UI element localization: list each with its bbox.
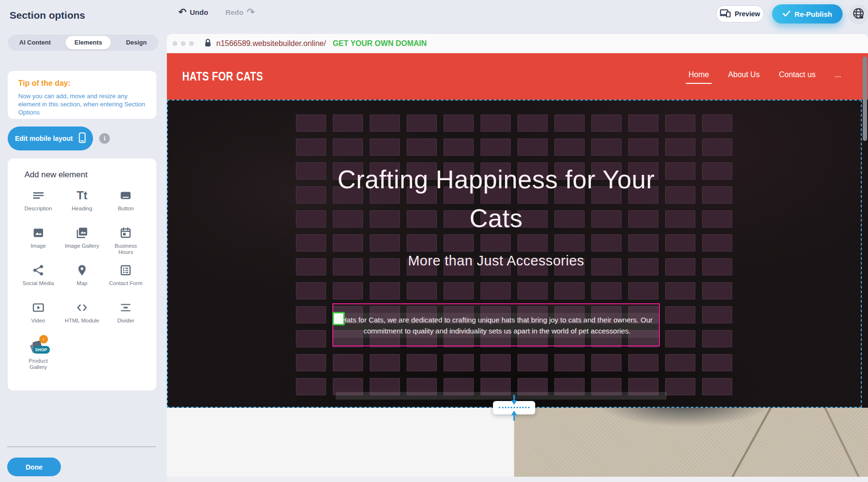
nav-about-us[interactable]: About Us [728, 70, 760, 84]
devices-icon [720, 9, 731, 19]
add-map-button[interactable]: Map [60, 263, 104, 294]
add-image-button[interactable]: Image [16, 226, 60, 256]
tip-title: Tip of the day: [18, 79, 146, 88]
republish-button[interactable]: Re-Publish [772, 4, 843, 23]
contact-form-icon [118, 263, 133, 277]
video-icon [31, 300, 46, 315]
image-gallery-icon [75, 226, 89, 240]
site-logo[interactable]: HATS FOR CATS [182, 69, 263, 83]
tab-elements[interactable]: Elements [66, 36, 111, 49]
map-icon [75, 263, 89, 277]
language-globe-button[interactable] [848, 4, 868, 24]
site-nav: Home About Us Contact us ... [689, 70, 841, 84]
panel-title: Section options [10, 10, 85, 21]
nav-contact-us[interactable]: Contact us [779, 70, 815, 84]
add-divider-button[interactable]: Divider [104, 300, 148, 331]
heading-icon: Tt [75, 188, 89, 203]
tab-ai-content[interactable]: AI Content [11, 36, 59, 49]
add-product-gallery-button[interactable]: ↑ SHOP Product Gallery [16, 338, 60, 370]
page-bottom-strip [167, 477, 868, 482]
preview-label: Preview [735, 10, 760, 18]
republish-label: Re-Publish [795, 10, 832, 18]
add-contact-form-button[interactable]: Contact Form [104, 263, 148, 294]
drop-indicator-strip [336, 392, 667, 400]
panel-tabs: AI Content Elements Design [8, 34, 158, 51]
add-new-element-card: Add new element Description Tt Heading [8, 159, 156, 390]
tip-body: Now you can add, move and resize any ele… [18, 92, 146, 116]
get-domain-link[interactable]: GET YOUR OWN DOMAIN [333, 39, 427, 48]
edit-mobile-layout-button[interactable]: Edit mobile layout [8, 126, 93, 150]
globe-icon [852, 7, 865, 22]
add-description-button[interactable]: Description [16, 188, 60, 219]
upgrade-arrow-icon: ↑ [39, 335, 48, 344]
add-html-module-button[interactable]: HTML Module [60, 300, 104, 331]
website-builder-app: ↶ Undo Redo ↷ Preview Re-Publish [0, 0, 868, 482]
add-new-element-title: Add new element [24, 170, 148, 180]
hero-subheading[interactable]: More than Just Accessories [332, 253, 660, 269]
business-hours-icon [118, 226, 133, 240]
tip-of-the-day-card: Tip of the day: Now you can add, move an… [8, 71, 156, 119]
nav-more-button[interactable]: ... [835, 70, 841, 84]
sidebar-divider [7, 447, 156, 447]
redo-label: Redo [225, 8, 244, 16]
redo-button[interactable]: Redo ↷ [225, 7, 255, 17]
browser-chrome-bar: n1566589.websitebuilder.online/ GET YOUR… [167, 34, 868, 53]
image-icon [31, 226, 46, 240]
site-preview-canvas: n1566589.websitebuilder.online/ GET YOUR… [167, 34, 868, 482]
edit-mobile-label: Edit mobile layout [15, 135, 73, 142]
done-button[interactable]: Done [7, 458, 61, 476]
tab-design[interactable]: Design [117, 36, 155, 49]
add-business-hours-button[interactable]: Business Hours [104, 226, 148, 256]
lock-icon [204, 38, 211, 49]
url-zone: n1566589.websitebuilder.online/ GET YOUR… [204, 38, 427, 49]
add-button-button[interactable]: Button [104, 188, 148, 219]
arrow-up-icon [510, 408, 518, 421]
site-url[interactable]: n1566589.websitebuilder.online/ [216, 39, 326, 48]
shop-badge: SHOP [33, 346, 50, 354]
html-module-icon [75, 300, 89, 315]
add-heading-button[interactable]: Tt Heading [60, 188, 104, 219]
next-section-image [514, 408, 868, 482]
hero-content: Crafting Happiness for Your Cats More th… [332, 100, 660, 269]
site-header: HATS FOR CATS Home About Us Contact us .… [167, 53, 868, 100]
redo-icon: ↷ [247, 7, 255, 17]
window-dots [173, 41, 194, 46]
info-icon: i [104, 135, 106, 142]
check-icon [783, 10, 790, 18]
info-button[interactable]: i [99, 133, 110, 144]
button-icon [118, 188, 133, 203]
add-social-media-button[interactable]: Social Media [16, 263, 60, 294]
element-grid: Description Tt Heading Button Ima [16, 188, 148, 370]
next-section-left [167, 408, 514, 482]
description-icon [31, 188, 46, 203]
product-gallery-icon: ↑ SHOP [29, 338, 48, 355]
add-image-gallery-button[interactable]: Image Gallery [60, 226, 104, 256]
hero-body-text[interactable]: Hats for Cats, we are dedicated to craft… [338, 314, 656, 336]
undo-label: Undo [190, 8, 208, 16]
hero-heading[interactable]: Crafting Happiness for Your Cats [332, 160, 660, 238]
nav-home[interactable]: Home [689, 70, 709, 84]
undo-redo-group: ↶ Undo Redo ↷ [178, 7, 255, 17]
phone-icon [79, 132, 86, 145]
selected-text-element[interactable]: Hats for Cats, we are dedicated to craft… [332, 303, 660, 346]
divider-icon [118, 300, 133, 315]
add-video-button[interactable]: Video [16, 300, 60, 331]
section-resize-handle[interactable] [493, 401, 535, 414]
undo-button[interactable]: ↶ Undo [178, 7, 208, 17]
arrow-down-icon [510, 395, 518, 407]
section-options-panel: Section options AI Content Elements Desi… [0, 0, 167, 482]
canvas-scrollbar-thumb[interactable] [863, 57, 867, 141]
hero-section[interactable]: Crafting Happiness for Your Cats More th… [167, 100, 868, 408]
preview-button[interactable]: Preview [716, 5, 764, 23]
social-media-icon [31, 263, 46, 277]
undo-icon: ↶ [178, 7, 187, 17]
